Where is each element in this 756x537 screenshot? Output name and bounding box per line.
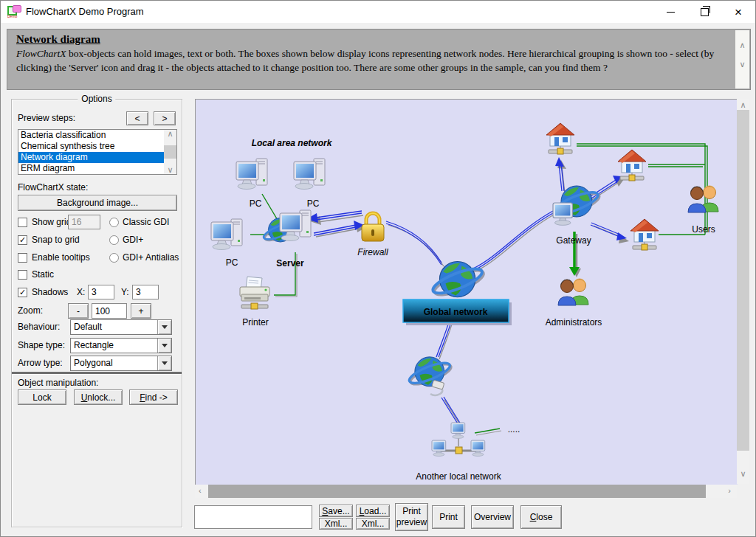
list-scrollbar[interactable]: ∧ ∨ [164, 130, 176, 174]
house-icon[interactable] [546, 123, 574, 154]
grid-size-input[interactable] [68, 215, 100, 229]
scroll-down-icon[interactable]: ∨ [167, 166, 173, 174]
preview-steps-label: Preview steps: [18, 113, 75, 123]
scroll-down-icon[interactable]: ∨ [737, 470, 749, 478]
enable-tooltips-checkbox[interactable] [18, 253, 27, 263]
list-item[interactable]: ERM diagram [18, 163, 176, 174]
server-label: Server [276, 258, 304, 268]
administrators-icon[interactable] [558, 279, 588, 306]
save-button[interactable]: Save... [319, 505, 353, 517]
load-xml-button[interactable]: Xml... [356, 518, 390, 530]
list-item-selected[interactable]: Network diagram [18, 152, 176, 163]
scroll-right-icon[interactable]: › [728, 487, 731, 495]
dropdown-arrow-icon[interactable] [157, 339, 171, 353]
dots-label: ..... [508, 424, 520, 434]
arrow-type-label: Arrow type: [18, 358, 63, 368]
arrow-gateway-house1 [555, 157, 566, 193]
dropdown-arrow-icon[interactable] [157, 356, 171, 370]
snap-to-grid-checkbox[interactable]: ✓ [18, 235, 27, 245]
zoom-out-button[interactable]: - [68, 303, 89, 319]
description-body: FlowChartX box-objects can hold images, … [16, 46, 731, 75]
shadow-y-input[interactable] [132, 285, 159, 299]
scroll-up-icon[interactable]: ∧ [167, 130, 173, 138]
network-diagram: Local area network PC PC PC Server Print… [196, 100, 738, 485]
options-title: Options [78, 94, 115, 104]
print-button[interactable]: Print [432, 505, 465, 529]
pc-icon[interactable] [236, 159, 267, 190]
scroll-up-icon[interactable]: ∧ [739, 41, 745, 49]
window-title: FlowChartX Demo Program [26, 6, 144, 17]
pc-icon[interactable] [294, 159, 325, 190]
close-button[interactable]: × [721, 1, 755, 23]
server-icon[interactable] [262, 210, 311, 243]
classic-gdi-radio[interactable] [109, 218, 119, 227]
antialias-radio[interactable] [109, 253, 119, 263]
canvas-vertical-scrollbar[interactable]: ∧ ∨ [737, 99, 749, 484]
pc-icon[interactable] [211, 219, 242, 250]
list-item[interactable]: Chemical synthesis tree [18, 141, 176, 152]
classic-gdi-label: Classic GDI [123, 217, 169, 227]
scroll-down-icon[interactable]: ∨ [739, 60, 745, 69]
lock-button[interactable]: Lock [18, 389, 66, 405]
overview-button[interactable]: Overview [471, 505, 514, 529]
object-manipulation-label: Object manipulation: [18, 378, 98, 388]
behaviour-combo[interactable]: Default [70, 319, 172, 335]
close-dialog-button[interactable]: Close [520, 505, 562, 529]
static-checkbox[interactable] [18, 270, 27, 280]
dropdown-arrow-icon[interactable] [157, 320, 171, 334]
antialias-label: GDI+ Antialias [123, 252, 179, 263]
description-scrollbar[interactable]: ∧ ∨ [735, 30, 749, 89]
restore-button[interactable] [687, 1, 721, 23]
find-button[interactable]: Find -> [129, 389, 178, 405]
network-cluster-icon[interactable] [432, 423, 485, 457]
behaviour-label: Behaviour: [18, 322, 60, 332]
background-image-button[interactable]: Background image... [18, 195, 177, 211]
printer-icon[interactable] [240, 277, 269, 309]
users-icon[interactable] [688, 186, 718, 213]
link-globe-gateway [473, 211, 553, 268]
scrollbar-thumb[interactable] [164, 145, 176, 159]
app-window: Demo FlowChartX Demo Program × Network d… [0, 0, 756, 537]
scroll-left-icon[interactable]: ‹ [199, 487, 202, 495]
gdiplus-radio[interactable] [109, 235, 119, 245]
printer-label: Printer [242, 317, 268, 328]
gateway-icon[interactable] [553, 186, 602, 225]
arrow-gateway-house2 [588, 176, 624, 201]
minimize-button[interactable] [653, 1, 687, 23]
house-icon[interactable] [630, 219, 659, 250]
scrollbar-thumb[interactable] [208, 485, 706, 498]
zoom-value-input[interactable] [92, 303, 127, 319]
diagram-canvas[interactable]: Local area network PC PC PC Server Print… [195, 99, 738, 485]
shadow-x-label: X: [77, 287, 85, 297]
scroll-up-icon[interactable]: ∧ [737, 101, 749, 109]
shadow-x-input[interactable] [88, 285, 114, 299]
gateway-label: Gateway [556, 235, 591, 246]
globe-icon[interactable] [430, 261, 487, 299]
next-step-button[interactable]: > [154, 111, 176, 125]
load-button[interactable]: Load... [356, 505, 390, 517]
link-lower-cluster [441, 398, 458, 425]
filename-input[interactable] [194, 505, 312, 529]
scrollbar-thumb[interactable] [737, 110, 749, 451]
unlock-button[interactable]: Unlock... [74, 389, 123, 405]
house-icon[interactable] [618, 150, 646, 181]
lan-label: Local area network [252, 138, 333, 148]
app-icon: Demo [7, 5, 21, 18]
arrow-type-combo[interactable]: Polygonal [70, 356, 172, 371]
zoom-label: Zoom: [18, 305, 43, 316]
list-item[interactable]: Bacteria classification [18, 130, 176, 141]
prev-step-button[interactable]: < [126, 111, 148, 125]
globe-plug-icon[interactable] [407, 357, 453, 395]
preview-steps-list[interactable]: Bacteria classification Chemical synthes… [18, 129, 177, 175]
shadows-checkbox[interactable]: ✓ [18, 288, 27, 297]
show-grid-checkbox[interactable] [18, 218, 27, 227]
static-label: Static [32, 269, 54, 280]
save-xml-button[interactable]: Xml... [319, 518, 353, 530]
firewall-lock-icon[interactable] [362, 213, 384, 241]
pc-label: PC [250, 198, 262, 209]
print-preview-button[interactable]: Print preview [395, 503, 428, 531]
zoom-in-button[interactable]: + [131, 303, 151, 319]
shape-type-combo[interactable]: Rectangle [70, 338, 172, 353]
state-label: FlowChartX state: [18, 182, 88, 193]
canvas-horizontal-scrollbar[interactable]: ‹ › [195, 485, 737, 498]
